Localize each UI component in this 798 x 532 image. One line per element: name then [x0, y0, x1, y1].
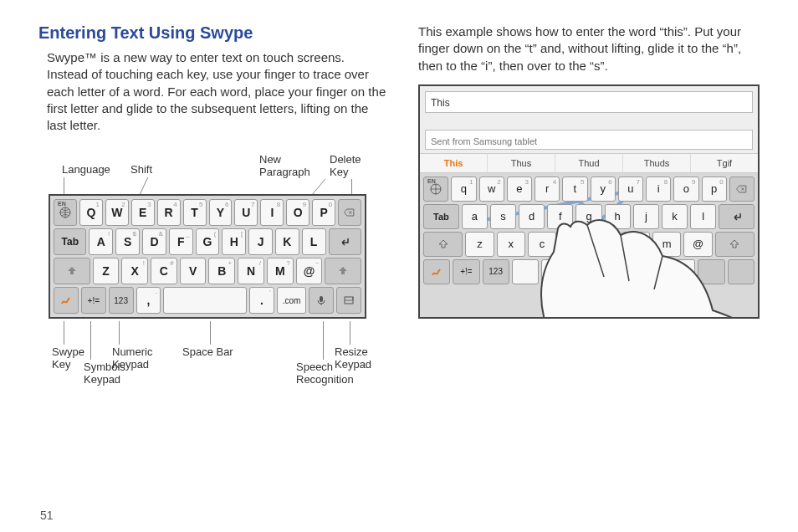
- symbols-key[interactable]: +!=: [453, 259, 479, 284]
- numeric-key[interactable]: 123: [483, 259, 509, 284]
- key-f[interactable]: _F: [169, 228, 193, 255]
- globe-icon: [429, 182, 442, 196]
- numeric-key[interactable]: 123: [109, 287, 134, 314]
- key-at[interactable]: @: [683, 232, 712, 257]
- key-a[interactable]: a: [462, 204, 488, 229]
- key-w[interactable]: 2W: [105, 199, 129, 226]
- key-s[interactable]: $S: [115, 228, 140, 255]
- key-c[interactable]: c: [528, 232, 556, 257]
- enter-icon: [338, 235, 351, 248]
- resize-key[interactable]: [336, 287, 361, 314]
- key-s[interactable]: s: [490, 204, 516, 229]
- key-n[interactable]: n: [622, 232, 650, 257]
- key-at[interactable]: ~@: [296, 258, 323, 284]
- mic-key[interactable]: [309, 287, 334, 314]
- suggestion-item[interactable]: This: [420, 154, 488, 172]
- key-i[interactable]: 8i: [646, 176, 671, 202]
- swype-key[interactable]: [423, 259, 450, 284]
- shift-key-right[interactable]: [325, 258, 361, 284]
- key-y[interactable]: 6Y: [209, 199, 233, 226]
- shift-key-left[interactable]: [423, 232, 463, 257]
- key-q[interactable]: 1q: [451, 176, 476, 202]
- key-j[interactable]: J: [248, 228, 273, 255]
- label-resize-keypad: Resize Keypad: [335, 346, 371, 371]
- mic-key[interactable]: [698, 259, 724, 284]
- backspace-key[interactable]: [729, 176, 755, 202]
- language-key[interactable]: EN: [54, 199, 77, 226]
- suggestion-item[interactable]: Tgif: [691, 154, 758, 172]
- spacebar-key[interactable]: [541, 259, 632, 284]
- key-r[interactable]: 4R: [157, 199, 181, 226]
- backspace-key[interactable]: [338, 199, 361, 226]
- typed-text-field[interactable]: This: [425, 91, 753, 113]
- key-v[interactable]: v: [559, 232, 587, 257]
- label-space-bar: Space Bar: [182, 346, 233, 358]
- section-heading: Entering Text Using Swype: [38, 23, 388, 43]
- key-i[interactable]: 8I: [260, 199, 284, 226]
- shift-key-left[interactable]: [54, 258, 90, 284]
- key-q[interactable]: 1Q: [79, 199, 103, 226]
- resize-key[interactable]: [728, 259, 755, 284]
- key-comma[interactable]: -,: [136, 287, 161, 314]
- label-language: Language: [62, 164, 110, 176]
- key-f[interactable]: f: [547, 204, 573, 229]
- key-t[interactable]: 5t: [562, 176, 587, 202]
- key-p[interactable]: 0p: [702, 176, 727, 202]
- key-x[interactable]: x: [497, 232, 525, 257]
- key-n[interactable]: /N: [238, 258, 264, 284]
- key-d[interactable]: &D: [142, 228, 166, 255]
- key-m[interactable]: m: [652, 232, 681, 257]
- key-c[interactable]: #C: [151, 258, 177, 284]
- key-o[interactable]: 9o: [673, 176, 698, 202]
- key-l[interactable]: L: [302, 228, 326, 255]
- spacebar-key[interactable]: [163, 287, 247, 314]
- key-comma[interactable]: [512, 259, 539, 284]
- key-t[interactable]: 5T: [183, 199, 207, 226]
- signature-field[interactable]: Sent from Samsung tablet: [425, 130, 753, 150]
- enter-key[interactable]: [719, 204, 755, 229]
- key-r[interactable]: 4r: [535, 176, 560, 202]
- key-k[interactable]: k: [662, 204, 688, 229]
- key-g[interactable]: (G: [196, 228, 220, 255]
- key-period[interactable]: [634, 259, 661, 284]
- suggestion-item[interactable]: Thuds: [623, 154, 691, 172]
- key-z[interactable]: Z: [93, 258, 120, 284]
- key-a[interactable]: !A: [89, 228, 113, 255]
- key-e[interactable]: 3e: [507, 176, 532, 202]
- key-h[interactable]: h: [605, 204, 631, 229]
- key-o[interactable]: 9O: [286, 199, 309, 226]
- key-com[interactable]: [663, 259, 695, 284]
- key-v[interactable]: V: [180, 258, 207, 284]
- key-l[interactable]: l: [690, 204, 716, 229]
- enter-key[interactable]: [329, 228, 361, 255]
- key-u[interactable]: 7u: [618, 176, 643, 202]
- key-b[interactable]: +B: [208, 258, 235, 284]
- key-d[interactable]: d: [519, 204, 545, 229]
- key-k[interactable]: K: [275, 228, 299, 255]
- key-j[interactable]: j: [633, 204, 659, 229]
- key-y[interactable]: 6y: [591, 176, 616, 202]
- key-period[interactable]: '.: [249, 287, 274, 314]
- language-key[interactable]: EN: [423, 176, 448, 202]
- key-com[interactable]: .com: [277, 287, 306, 314]
- key-g[interactable]: g: [575, 204, 601, 229]
- key-z[interactable]: z: [465, 232, 494, 257]
- key-x[interactable]: !X: [121, 258, 148, 284]
- example-paragraph: This example shows how to enter the word…: [418, 23, 768, 74]
- key-w[interactable]: 2w: [479, 176, 504, 202]
- swype-key[interactable]: [54, 287, 79, 314]
- intro-paragraph: Swype™ is a new way to enter text on tou…: [47, 49, 388, 134]
- key-e[interactable]: 3E: [131, 199, 155, 226]
- tab-key[interactable]: Tab: [423, 204, 459, 229]
- shift-key-right[interactable]: [715, 232, 755, 257]
- key-h[interactable]: [H: [222, 228, 246, 255]
- key-b[interactable]: b: [590, 232, 618, 257]
- tab-key[interactable]: Tab: [54, 228, 86, 255]
- key-u[interactable]: 7U: [234, 199, 258, 226]
- symbols-key[interactable]: +!=: [81, 287, 106, 314]
- key-p[interactable]: 0P: [312, 199, 335, 226]
- suggestion-item[interactable]: Thud: [555, 154, 623, 172]
- shift-icon: [728, 238, 741, 251]
- key-m[interactable]: ?M: [267, 258, 294, 284]
- suggestion-item[interactable]: Thus: [488, 154, 555, 172]
